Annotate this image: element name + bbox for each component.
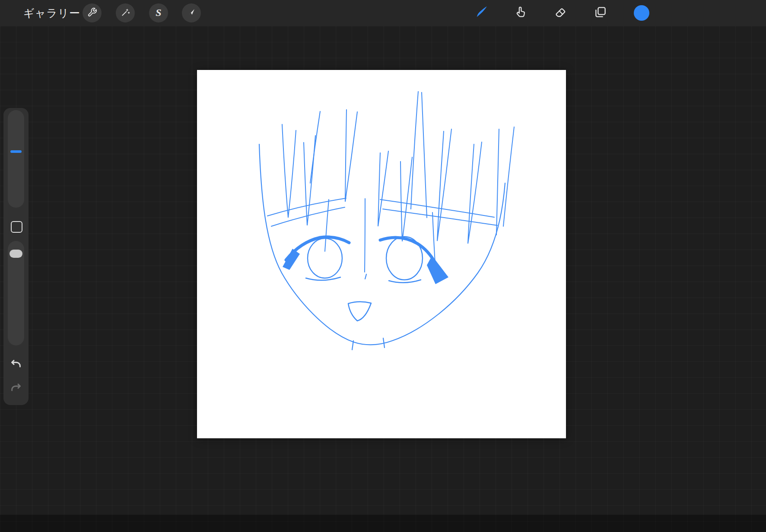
sketch-svg bbox=[197, 70, 566, 438]
modify-button[interactable] bbox=[11, 221, 22, 233]
sidebar-panel bbox=[3, 108, 29, 405]
transform-arrow-icon bbox=[187, 7, 196, 19]
gallery-button[interactable]: ギャラリー bbox=[23, 0, 80, 26]
adjustments-button[interactable] bbox=[116, 3, 135, 22]
bottom-edge-strip bbox=[0, 515, 766, 532]
smudge-tool-button[interactable] bbox=[511, 3, 530, 22]
transform-button[interactable] bbox=[182, 3, 201, 22]
eraser-tool-button[interactable] bbox=[551, 3, 570, 22]
redo-icon bbox=[10, 388, 22, 396]
undo-icon bbox=[10, 364, 22, 372]
brush-size-slider[interactable] bbox=[8, 110, 24, 208]
drawing-canvas[interactable] bbox=[197, 70, 566, 438]
selection-button[interactable]: S bbox=[149, 3, 168, 22]
smudge-icon bbox=[514, 6, 527, 20]
color-swatch-button[interactable] bbox=[634, 5, 649, 21]
opacity-slider[interactable] bbox=[8, 241, 24, 345]
brush-icon bbox=[475, 5, 489, 21]
layers-button[interactable] bbox=[591, 3, 610, 22]
eraser-icon bbox=[554, 6, 567, 20]
selection-s-icon: S bbox=[156, 7, 161, 18]
top-toolbar: ギャラリー S bbox=[0, 0, 766, 26]
actions-button[interactable] bbox=[83, 3, 102, 22]
wrench-icon bbox=[87, 7, 97, 19]
opacity-handle[interactable] bbox=[10, 250, 22, 258]
magic-wand-icon bbox=[121, 7, 130, 19]
layers-icon bbox=[594, 6, 607, 20]
brush-size-handle[interactable] bbox=[10, 150, 22, 153]
brush-tool-button[interactable] bbox=[472, 3, 491, 22]
undo-button[interactable] bbox=[10, 358, 22, 370]
redo-button[interactable] bbox=[10, 381, 22, 394]
